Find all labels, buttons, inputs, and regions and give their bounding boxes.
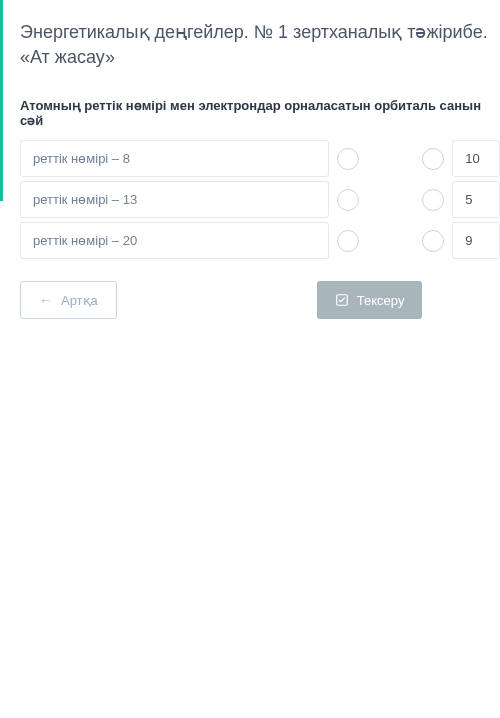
matching-row: реттік нөмірі – 8 10 [20,140,500,177]
left-option-box[interactable]: реттік нөмірі – 8 [20,140,329,177]
right-option-box[interactable]: 9 [452,222,500,259]
right-radio[interactable] [422,189,444,211]
check-icon [335,293,349,307]
back-button[interactable]: ← Артқа [20,281,117,319]
left-option-box[interactable]: реттік нөмірі – 13 [20,181,329,218]
check-button[interactable]: Тексеру [317,281,423,319]
matching-row: реттік нөмірі – 13 5 [20,181,500,218]
arrow-left-icon: ← [39,292,53,308]
page-title: Энергетикалық деңгейлер. № 1 зертханалық… [20,20,500,70]
left-radio[interactable] [337,189,359,211]
back-button-label: Артқа [61,293,98,308]
left-accent-bar [0,0,3,718]
check-button-label: Тексеру [357,293,405,308]
right-option-box[interactable]: 10 [452,140,500,177]
left-option-box[interactable]: реттік нөмірі – 20 [20,222,329,259]
left-radio[interactable] [337,148,359,170]
main-container: Энергетикалық деңгейлер. № 1 зертханалық… [0,0,500,319]
matching-row: реттік нөмірі – 20 9 [20,222,500,259]
matching-rows: реттік нөмірі – 8 10 реттік нөмірі – 13 … [20,140,500,259]
left-radio[interactable] [337,230,359,252]
right-radio[interactable] [422,230,444,252]
buttons-row: ← Артқа Тексеру [20,281,500,319]
right-radio[interactable] [422,148,444,170]
right-option-box[interactable]: 5 [452,181,500,218]
question-title: Атомның реттік нөмірі мен электрондар ор… [20,98,500,128]
